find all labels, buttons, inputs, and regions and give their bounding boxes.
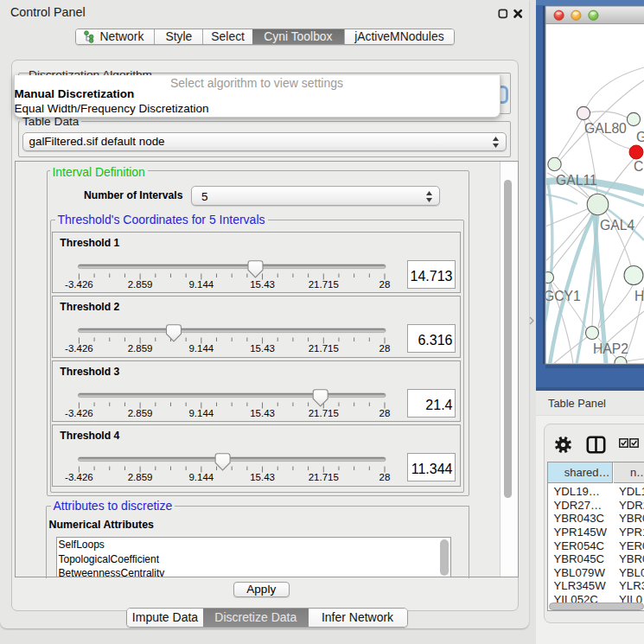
svg-text:21.715: 21.715 <box>309 407 339 418</box>
svg-text:Threshold 2: Threshold 2 <box>60 301 119 313</box>
svg-text:15.43: 15.43 <box>250 343 275 354</box>
svg-text:15.43: 15.43 <box>250 407 275 418</box>
svg-text:11.344: 11.344 <box>411 462 453 476</box>
svg-text:14.713: 14.713 <box>411 269 453 284</box>
svg-text:28: 28 <box>379 472 391 482</box>
svg-text:HAP2: HAP2 <box>593 341 628 356</box>
svg-text:GA: GA <box>636 130 644 144</box>
svg-text:Threshold 1: Threshold 1 <box>60 237 119 249</box>
svg-text:21.715: 21.715 <box>309 278 339 289</box>
svg-text:GCY1: GCY1 <box>544 289 581 303</box>
svg-text:15.43: 15.43 <box>250 472 275 482</box>
svg-text:9.144: 9.144 <box>188 278 214 289</box>
svg-text:28: 28 <box>379 407 391 418</box>
svg-text:Threshold 4: Threshold 4 <box>60 430 119 442</box>
svg-text:2.859: 2.859 <box>128 472 153 482</box>
svg-text:6.316: 6.316 <box>418 333 452 348</box>
svg-text:28: 28 <box>379 278 391 289</box>
svg-text:21.4: 21.4 <box>425 398 452 412</box>
svg-text:9.144: 9.144 <box>188 472 214 482</box>
svg-text:GAL11: GAL11 <box>556 173 597 188</box>
svg-text:9.144: 9.144 <box>188 343 214 354</box>
svg-text:-3.426: -3.426 <box>65 472 93 482</box>
svg-text:Threshold 3: Threshold 3 <box>60 366 119 378</box>
svg-text:2.859: 2.859 <box>128 343 153 354</box>
svg-text:28: 28 <box>379 343 391 354</box>
svg-text:15.43: 15.43 <box>250 278 275 289</box>
svg-text:-3.426: -3.426 <box>65 343 93 354</box>
svg-text:2.859: 2.859 <box>128 278 153 289</box>
svg-text:HI: HI <box>634 289 644 303</box>
svg-text:GAL4: GAL4 <box>600 218 634 233</box>
svg-text:21.715: 21.715 <box>309 472 339 482</box>
svg-text:21.715: 21.715 <box>309 343 339 354</box>
svg-text:2.859: 2.859 <box>128 407 153 418</box>
svg-text:9.144: 9.144 <box>188 407 214 418</box>
svg-text:GAL80: GAL80 <box>584 121 627 136</box>
svg-text:-3.426: -3.426 <box>65 407 93 418</box>
svg-text:-3.426: -3.426 <box>65 278 93 289</box>
svg-text:CR: CR <box>634 159 644 174</box>
